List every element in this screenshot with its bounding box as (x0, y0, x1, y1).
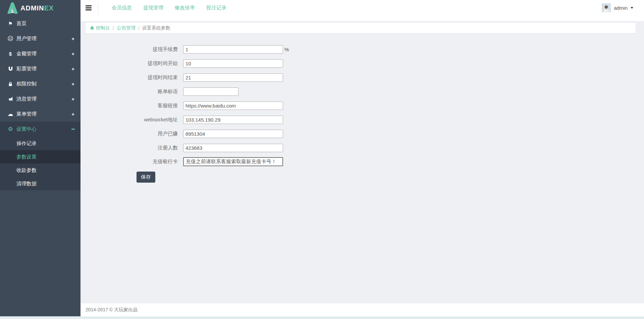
nav-link-member-info[interactable]: 会员信息 (112, 5, 132, 11)
navbar-divider (98, 3, 98, 15)
dollar-icon: $ (7, 51, 14, 57)
user-name: admin (614, 5, 628, 11)
sidebar-item-home[interactable]: ⚑ 首页 (0, 16, 80, 31)
form-row: websocket地址 (80, 116, 283, 124)
save-button[interactable]: 保存 (137, 172, 155, 183)
cloud-icon: ☁ (7, 111, 14, 118)
breadcrumb-current-page: 设置系统参数 (142, 25, 170, 31)
registered-users-input[interactable] (183, 144, 283, 152)
plus-icon: + (71, 96, 74, 102)
withdraw-start-time-input[interactable] (183, 59, 283, 68)
breadcrumb-separator: / (138, 25, 140, 31)
percent-suffix: % (284, 47, 289, 52)
sidebar-group-settings: ⚙ 设置中心 操作记录 参数设置 收款参数 清理数据 (0, 122, 80, 190)
gear-icon: ⚙ (7, 126, 14, 133)
magnet-icon (7, 66, 14, 71)
frown-face-icon: ☹ (7, 35, 14, 42)
nav-link-withdraw-management[interactable]: 提现管理 (143, 5, 163, 11)
breadcrumb-separator: / (113, 25, 114, 31)
hamburger-menu-icon[interactable] (86, 5, 92, 10)
flag-icon: ⚑ (7, 21, 14, 27)
withdraw-fee-label: 提现手续费 (80, 46, 178, 53)
form-row: 用户已赚 (80, 130, 283, 138)
sidebar-item-lottery[interactable]: 彩票管理 + (0, 61, 80, 76)
form-row: 提现时间结束 (80, 73, 283, 82)
sidebar: ADMINEX ⚑ 首页 ☹ 用户管理 + $ 金额管理 + 彩票管理 + (0, 0, 80, 316)
form-row: 充值银行卡 (80, 157, 283, 166)
user-earned-input[interactable] (183, 130, 283, 138)
sidebar-subitem-clean-data[interactable]: 清理数据 (0, 177, 80, 190)
breadcrumb: 控制台 / 公告管理 / 设置系统参数 (86, 23, 636, 33)
breadcrumb-console[interactable]: 控制台 (90, 25, 110, 31)
bill-slogan-input[interactable] (183, 87, 238, 96)
websocket-address-input[interactable] (183, 116, 283, 124)
sidebar-menu: ⚑ 首页 ☹ 用户管理 + $ 金额管理 + 彩票管理 + 权限控制 + (0, 16, 80, 190)
customer-service-link-label: 客服链接 (80, 103, 178, 109)
logo-icon (7, 2, 17, 14)
top-nav-links: 会员信息 提现管理 修改倍率 投注记录 (112, 5, 226, 11)
form-row: 账单标语 (80, 87, 238, 96)
form-row: 提现时间开始 (80, 59, 283, 68)
recharge-bankcard-label: 充值银行卡 (80, 158, 178, 165)
withdraw-end-time-label: 提现时间结束 (80, 74, 178, 81)
customer-service-link-input[interactable] (183, 102, 283, 110)
home-icon (90, 26, 94, 30)
plus-icon: + (71, 111, 74, 117)
withdraw-fee-input[interactable] (183, 45, 283, 54)
user-earned-label: 用户已赚 (80, 131, 178, 137)
form-row: 注册人数 (80, 144, 283, 152)
logo[interactable]: ADMINEX (0, 0, 80, 16)
nav-link-modify-odds[interactable]: 修改倍率 (175, 5, 195, 11)
sidebar-item-permissions[interactable]: 权限控制 + (0, 76, 80, 91)
copyright-text: 2014-2017 © 大玩家出品 (86, 307, 138, 313)
sidebar-item-menus[interactable]: ☁ 菜单管理 + (0, 107, 80, 122)
user-menu[interactable]: admin (602, 3, 633, 12)
plus-icon: + (71, 66, 74, 72)
withdraw-start-time-label: 提现时间开始 (80, 60, 178, 67)
sidebar-item-messages[interactable]: 消息管理 + (0, 91, 80, 107)
chevron-down-icon (631, 7, 633, 9)
form-row: 提现手续费 % (80, 45, 289, 54)
lock-icon (7, 81, 14, 86)
recharge-bankcard-input[interactable] (183, 157, 283, 166)
plus-icon: + (71, 81, 74, 87)
footer: 2014-2017 © 大玩家出品 (80, 303, 644, 316)
sidebar-subitem-parameter-settings[interactable]: 参数设置 (0, 150, 80, 164)
sidebar-subitem-operation-log[interactable]: 操作记录 (0, 137, 80, 150)
nav-link-bet-records[interactable]: 投注记录 (206, 5, 226, 11)
plus-icon: + (71, 36, 74, 42)
withdraw-end-time-input[interactable] (183, 73, 283, 82)
minus-icon (71, 129, 75, 130)
plus-icon: + (71, 51, 74, 57)
top-navbar: 会员信息 提现管理 修改倍率 投注记录 admin (80, 0, 644, 21)
websocket-address-label: websocket地址 (80, 117, 178, 123)
sidebar-item-users[interactable]: ☹ 用户管理 + (0, 31, 80, 46)
bottom-strip (0, 316, 644, 319)
form-row: 客服链接 (80, 102, 283, 110)
avatar (602, 3, 611, 12)
sidebar-subitem-payment-params[interactable]: 收款参数 (0, 164, 80, 177)
logo-text: ADMINEX (20, 4, 54, 12)
breadcrumb-announcement[interactable]: 公告管理 (117, 25, 136, 31)
bill-slogan-label: 账单标语 (80, 88, 178, 95)
bullhorn-icon (7, 97, 14, 102)
sidebar-item-amount[interactable]: $ 金额管理 + (0, 46, 80, 61)
registered-users-label: 注册人数 (80, 145, 178, 151)
sidebar-item-settings-center[interactable]: ⚙ 设置中心 (0, 122, 80, 137)
